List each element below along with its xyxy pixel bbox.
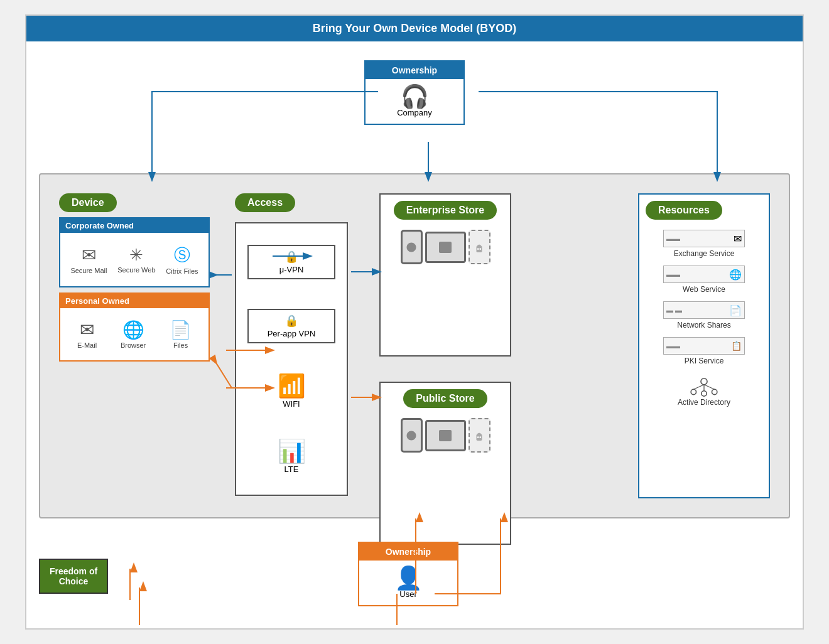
svg-point-6 [701,378,707,385]
public-android-icon [469,418,490,453]
secure-web-icon: ✳ [117,245,155,265]
public-store-label: Public Store [403,389,487,408]
freedom-of-choice-label: Freedom of Choice [50,566,97,586]
micro-vpn-icon: 🔒 [252,250,330,264]
web-service-label: Web Service [683,285,725,294]
corporate-icons-row: ✉ Secure Mail ✳ Secure Web Ⓢ Citrix File… [65,238,203,281]
resources-section: Resources ▬▬ ✉ Exchange Service ▬▬ 🌐 [638,193,770,498]
user-label: User [366,589,451,599]
wifi-icon: 📶 [278,373,306,399]
wifi-label: WIFI [278,399,306,409]
secure-mail-icon-item: ✉ Secure Mail [70,245,107,274]
resources-label: Resources [646,201,722,220]
svg-point-9 [712,389,717,394]
secure-mail-label: Secure Mail [70,267,107,274]
svg-point-4 [477,436,479,438]
web-service-item: ▬▬ 🌐 Web Service [646,266,762,294]
access-section: Access 🔒 μ-VPN 🔒 Per-app VPN 📶 WIFI [235,193,348,498]
citrix-files-label: Citrix Files [166,267,198,275]
network-shares-item: ▬ ▬ 📄 Network Shares [646,301,762,330]
pki-service-label: PKI Service [685,357,724,365]
network-shares-box: ▬ ▬ 📄 [663,301,745,319]
lte-label: LTE [278,464,306,474]
svg-line-15 [216,363,232,388]
public-tablet-icon [425,420,466,451]
citrix-files-icon-item: Ⓢ Citrix Files [166,244,198,275]
personal-icons-row: ✉ E-Mail 🌐 Browser 📄 Files [65,313,203,355]
svg-rect-0 [439,242,452,253]
per-app-vpn-icon: 🔒 [252,314,330,328]
svg-line-12 [704,385,715,390]
active-directory-label: Active Directory [678,398,730,407]
freedom-of-choice-box: Freedom of Choice [39,559,108,594]
lte-item: 📊 LTE [278,438,306,474]
diagram-wrapper: Bring Your Own Device Model (BYOD) Owner… [25,14,804,630]
files-label: Files [173,341,188,349]
files-icon: 📄 [170,319,192,340]
main-content: Ownership 🎧 Company Device Corporate Own… [26,41,803,625]
svg-point-2 [479,248,481,250]
web-service-box: ▬▬ 🌐 [663,266,745,283]
access-box: 🔒 μ-VPN 🔒 Per-app VPN 📶 WIFI 📊 LTE [235,222,348,496]
per-app-vpn-item: 🔒 Per-app VPN [247,309,335,343]
secure-web-label: Secure Web [117,266,155,274]
ownership-company-box: Ownership 🎧 Company [364,60,465,125]
browser-label: Browser [121,341,146,349]
corporate-owned-header: Corporate Owned [60,218,209,233]
lte-icon: 📊 [278,438,306,464]
access-label: Access [235,193,295,212]
secure-mail-icon: ✉ [70,245,107,266]
svg-point-7 [691,389,696,394]
enterprise-phone-icon [401,230,423,264]
micro-vpn-label: μ-VPN [252,265,330,274]
device-section: Device Corporate Owned ✉ Secure Mail ✳ S… [59,193,210,498]
email-icon-item: ✉ E-Mail [77,319,97,349]
personal-owned-header: Personal Owned [60,294,209,308]
citrix-files-icon: Ⓢ [166,244,198,266]
ownership-user-header: Ownership [359,543,457,561]
ownership-user-body: 👤 User [359,561,457,605]
email-icon: ✉ [77,319,97,340]
enterprise-store-label: Enterprise Store [394,201,497,220]
public-device-icons [387,418,504,453]
svg-point-5 [479,436,481,438]
public-phone-icon [401,418,423,453]
company-label: Company [372,108,457,117]
user-person-icon: 👤 [366,567,451,589]
secure-web-icon-item: ✳ Secure Web [117,245,155,274]
enterprise-device-icons [387,230,504,264]
enterprise-tablet-icon [425,232,466,263]
active-directory-icon [688,373,720,398]
company-person-icon: 🎧 [372,85,457,108]
svg-point-8 [702,391,707,396]
exchange-service-box: ▬▬ ✉ [663,230,745,247]
exchange-service-item: ▬▬ ✉ Exchange Service [646,230,762,258]
enterprise-android-icon [469,230,490,264]
browser-icon-item: 🌐 Browser [121,319,146,349]
micro-vpn-item: 🔒 μ-VPN [247,245,335,279]
device-label: Device [59,193,117,212]
title-bar: Bring Your Own Device Model (BYOD) [26,16,803,41]
svg-point-1 [477,248,479,250]
enterprise-store-section: Enterprise Store [379,193,511,357]
per-app-vpn-label: Per-app VPN [252,329,330,338]
svg-line-10 [693,385,704,390]
svg-rect-3 [439,430,452,441]
files-icon-item: 📄 Files [170,319,192,349]
main-gray-box: Device Corporate Owned ✉ Secure Mail ✳ S… [39,173,790,518]
ownership-user-box: Ownership 👤 User [358,542,458,606]
exchange-service-label: Exchange Service [674,249,735,258]
corporate-owned-box: Corporate Owned ✉ Secure Mail ✳ Secure W… [59,217,210,287]
pki-service-item: ▬▬ 📋 PKI Service [646,337,762,365]
email-label: E-Mail [77,341,97,349]
personal-owned-box: Personal Owned ✉ E-Mail 🌐 Browser 📄 Fi [59,292,210,362]
pki-service-box: ▬▬ 📋 [663,337,745,355]
ownership-company-header: Ownership [366,62,463,79]
network-shares-label: Network Shares [677,321,730,330]
wifi-item: 📶 WIFI [278,373,306,409]
resources-items: ▬▬ ✉ Exchange Service ▬▬ 🌐 Web Service [646,230,762,407]
ownership-company-body: 🎧 Company [366,79,463,124]
browser-icon: 🌐 [121,319,146,340]
active-directory-item: Active Directory [646,373,762,407]
public-store-section: Public Store [379,382,511,545]
